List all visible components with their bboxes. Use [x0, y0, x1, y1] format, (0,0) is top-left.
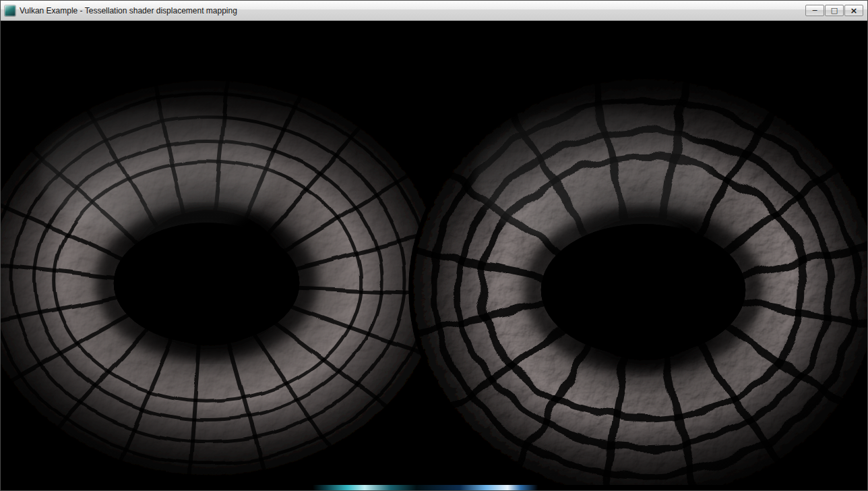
taskbar-sliver	[1, 485, 867, 490]
app-icon	[5, 5, 16, 16]
minimize-button[interactable]: −	[805, 5, 824, 16]
vignette-overlay	[1, 21, 867, 485]
maximize-button[interactable]: □	[825, 5, 844, 16]
close-icon: ×	[850, 6, 858, 15]
render-viewport[interactable]	[1, 21, 867, 485]
app-window: Vulkan Example - Tessellation shader dis…	[0, 0, 868, 491]
titlebar[interactable]: Vulkan Example - Tessellation shader dis…	[1, 1, 867, 21]
minimize-icon: −	[811, 7, 817, 14]
maximize-icon: □	[831, 7, 838, 14]
window-title: Vulkan Example - Tessellation shader dis…	[20, 6, 237, 16]
close-button[interactable]: ×	[844, 5, 863, 16]
scene-svg	[1, 21, 867, 485]
window-controls: − □ ×	[805, 5, 863, 16]
